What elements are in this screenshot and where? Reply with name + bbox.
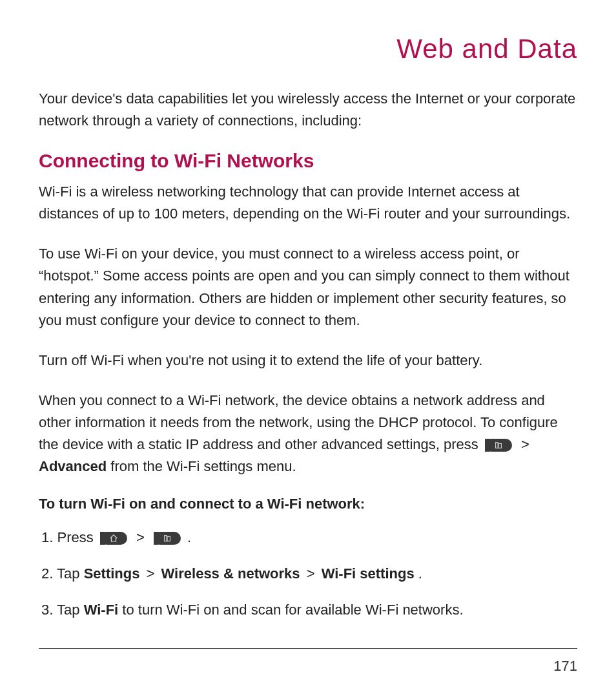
step-3: 3. Tap Wi-Fi to turn Wi-Fi on and scan f… bbox=[39, 599, 577, 621]
svg-rect-3 bbox=[167, 537, 170, 542]
step-1-end: . bbox=[187, 529, 191, 545]
svg-rect-2 bbox=[165, 536, 167, 542]
section-heading: Connecting to Wi-Fi Networks bbox=[39, 150, 577, 172]
wireless-networks-label: Wireless & networks bbox=[161, 565, 300, 582]
step-1: 1. Press > . bbox=[39, 527, 577, 549]
step-2: 2. Tap Settings > Wireless & networks > … bbox=[39, 563, 577, 585]
paragraph-1: Wi-Fi is a wireless networking technolog… bbox=[39, 181, 577, 225]
breadcrumb-separator: > bbox=[147, 565, 159, 582]
paragraph-2: To use Wi-Fi on your device, you must co… bbox=[39, 243, 577, 331]
paragraph-4: When you connect to a Wi-Fi network, the… bbox=[39, 390, 577, 478]
paragraph-4-text-b: from the Wi-Fi settings menu. bbox=[110, 458, 296, 474]
step-3-text-a: 3. Tap bbox=[41, 602, 84, 618]
menu-key-icon bbox=[485, 439, 512, 452]
menu-key-icon bbox=[154, 532, 181, 545]
page-title: Web and Data bbox=[39, 34, 577, 65]
advanced-label: Advanced bbox=[39, 458, 107, 474]
home-key-icon bbox=[100, 532, 127, 545]
wifi-label: Wi-Fi bbox=[84, 602, 119, 618]
step-1-text: 1. Press bbox=[41, 529, 98, 545]
step-2-text: 2. Tap bbox=[41, 565, 84, 582]
settings-label: Settings bbox=[84, 565, 140, 582]
breadcrumb-separator: > bbox=[521, 436, 529, 452]
step-3-text-c: to turn Wi-Fi on and scan for available … bbox=[122, 602, 463, 618]
footer-divider bbox=[39, 648, 577, 649]
wifi-settings-label: Wi-Fi settings bbox=[322, 565, 415, 582]
sub-heading: To turn Wi-Fi on and connect to a Wi-Fi … bbox=[39, 496, 577, 512]
page-number: 171 bbox=[553, 658, 577, 675]
breadcrumb-separator: > bbox=[136, 529, 149, 545]
svg-rect-0 bbox=[496, 443, 498, 448]
document-page: Web and Data Your device's data capabili… bbox=[0, 0, 616, 694]
intro-paragraph: Your device's data capabilities let you … bbox=[39, 88, 577, 132]
step-2-end: . bbox=[418, 565, 422, 582]
paragraph-3: Turn off Wi-Fi when you're not using it … bbox=[39, 350, 577, 372]
svg-rect-1 bbox=[498, 444, 501, 448]
breadcrumb-separator: > bbox=[307, 565, 319, 582]
paragraph-4-text-a: When you connect to a Wi-Fi network, the… bbox=[39, 392, 558, 452]
